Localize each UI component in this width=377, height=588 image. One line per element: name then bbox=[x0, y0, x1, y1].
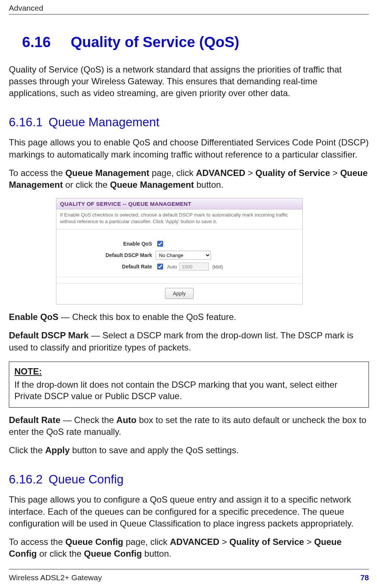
qc-nav-path: To access the Queue Config page, click A… bbox=[9, 536, 369, 560]
note-box: NOTE: If the drop-down lit does not cont… bbox=[9, 362, 369, 408]
default-rate-input[interactable] bbox=[179, 263, 209, 271]
default-rate-auto-checkbox[interactable] bbox=[157, 264, 163, 270]
intro-paragraph: Quality of Service (QoS) is a network st… bbox=[9, 64, 369, 99]
note-body: If the drop-down lit does not contain th… bbox=[14, 380, 337, 401]
panel-title: QUALITY OF SERVICE -- QUEUE MANAGEMENT bbox=[56, 198, 302, 210]
auto-label: Auto bbox=[167, 264, 177, 270]
rate-unit: (kbit) bbox=[212, 264, 223, 270]
enable-qos-option: Enable QoS — Check this box to enable th… bbox=[9, 311, 369, 323]
qm-nav-path: To access the Queue Management page, cli… bbox=[9, 167, 369, 191]
section-number: 6.16 bbox=[9, 34, 71, 50]
default-dscp-label: Default DSCP Mark bbox=[60, 252, 156, 258]
qm-description: This page allows you to enable QoS and c… bbox=[9, 137, 369, 160]
page-header: Advanced bbox=[9, 4, 369, 15]
panel-form: Enable QoS Default DSCP Mark No Change D… bbox=[56, 229, 302, 276]
default-dscp-select[interactable]: No Change bbox=[156, 251, 211, 260]
apply-instruction: Click the Apply button to save and apply… bbox=[9, 444, 369, 456]
section-title-text: Quality of Service (QoS) bbox=[71, 34, 239, 50]
default-rate-option: Default Rate — Check the Auto box to set… bbox=[9, 414, 369, 438]
subsection-title-text: Queue Config bbox=[49, 472, 124, 486]
subsection-number: 6.16.1 bbox=[9, 115, 49, 129]
subsection-title-queue-management: 6.16.1Queue Management bbox=[9, 115, 369, 129]
page-footer: Wireless ADSL2+ Gateway 78 bbox=[9, 569, 369, 582]
apply-button[interactable]: Apply bbox=[165, 288, 193, 299]
default-rate-label: Default Rate bbox=[60, 264, 156, 270]
subsection-number: 6.16.2 bbox=[9, 472, 49, 486]
qc-description: This page allows you to configure a QoS … bbox=[9, 494, 369, 529]
section-title: 6.16Quality of Service (QoS) bbox=[9, 34, 369, 50]
footer-page-number: 78 bbox=[360, 573, 369, 582]
subsection-title-text: Queue Management bbox=[49, 115, 159, 129]
default-dscp-option: Default DSCP Mark — Select a DSCP mark f… bbox=[9, 330, 369, 353]
enable-qos-label: Enable QoS bbox=[60, 241, 156, 247]
enable-qos-checkbox[interactable] bbox=[157, 241, 163, 247]
footer-product: Wireless ADSL2+ Gateway bbox=[9, 573, 102, 582]
queue-management-panel: QUALITY OF SERVICE -- QUEUE MANAGEMENT I… bbox=[56, 198, 303, 304]
note-label: NOTE: bbox=[14, 366, 363, 377]
panel-description: If Enable QoS checkbox is selected, choo… bbox=[56, 210, 302, 229]
subsection-title-queue-config: 6.16.2Queue Config bbox=[9, 472, 369, 486]
